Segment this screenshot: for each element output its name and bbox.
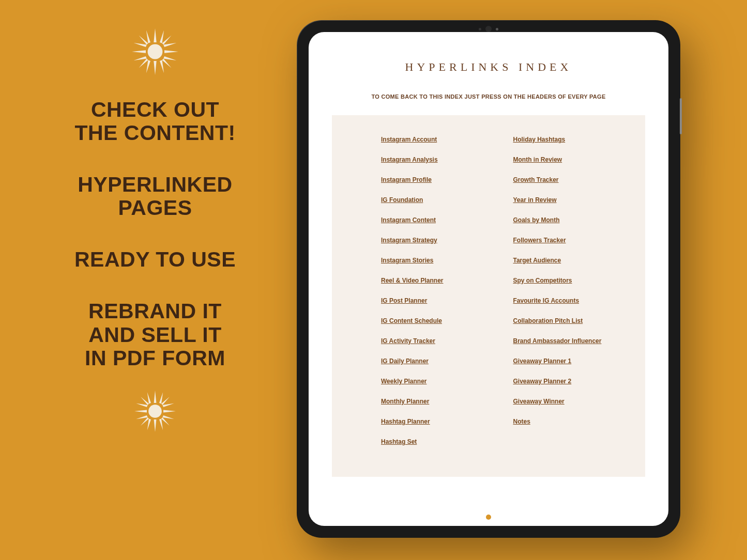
tablet-side-button: [680, 98, 682, 134]
index-link[interactable]: Target Audience: [513, 257, 561, 264]
headline-1: CHECK OUTTHE CONTENT!: [74, 98, 235, 145]
index-link[interactable]: Giveaway Winner: [513, 398, 565, 405]
svg-marker-5: [139, 36, 148, 45]
index-link[interactable]: Holiday Hashtags: [513, 136, 566, 143]
svg-marker-12: [163, 43, 176, 47]
svg-marker-31: [147, 418, 151, 430]
promo-panel: CHECK OUTTHE CONTENT! HYPERLINKEDPAGES R…: [47, 28, 264, 432]
index-link[interactable]: Instagram Content: [381, 216, 436, 224]
page-subtitle: TO COME BACK TO THIS INDEX JUST PRESS ON…: [322, 94, 655, 100]
index-box: Instagram AccountInstagram AnalysisInsta…: [332, 115, 645, 477]
svg-marker-6: [162, 59, 172, 68]
sun-icon: [134, 391, 176, 432]
index-link[interactable]: IG Daily Planner: [381, 357, 429, 365]
index-column-1: Instagram AccountInstagram AnalysisInsta…: [381, 136, 482, 456]
index-link[interactable]: Giveaway Planner 2: [513, 378, 572, 385]
svg-marker-13: [160, 30, 164, 43]
svg-marker-9: [146, 30, 150, 43]
sun-icon: [132, 28, 178, 75]
tablet-camera: [479, 26, 498, 32]
svg-marker-21: [163, 410, 176, 412]
index-link[interactable]: IG Content Schedule: [381, 317, 442, 324]
svg-marker-25: [141, 417, 149, 426]
svg-point-17: [148, 405, 162, 418]
svg-marker-10: [160, 60, 164, 73]
svg-marker-14: [146, 60, 150, 73]
svg-marker-32: [136, 403, 147, 407]
svg-marker-28: [136, 415, 147, 419]
index-link[interactable]: Hashtag Set: [381, 438, 417, 445]
index-column-2: Holiday HashtagsMonth in ReviewGrowth Tr…: [513, 136, 615, 456]
index-link[interactable]: Year in Review: [513, 196, 557, 204]
svg-marker-1: [154, 28, 156, 42]
svg-marker-26: [147, 392, 151, 403]
svg-marker-19: [154, 419, 157, 432]
svg-marker-2: [154, 61, 156, 75]
index-link[interactable]: Collaboration Pitch List: [513, 317, 583, 324]
svg-marker-24: [161, 397, 170, 405]
svg-marker-30: [159, 392, 163, 403]
svg-marker-3: [132, 50, 146, 53]
index-link[interactable]: Weekly Planner: [381, 378, 427, 385]
svg-marker-27: [159, 418, 163, 430]
index-link[interactable]: Monthly Planner: [381, 398, 429, 405]
home-indicator-icon: [486, 515, 491, 520]
index-link[interactable]: IG Activity Tracker: [381, 337, 435, 345]
tablet-device: HYPERLINKS INDEX TO COME BACK TO THIS IN…: [297, 21, 680, 537]
svg-marker-22: [141, 397, 149, 405]
svg-marker-7: [162, 36, 172, 45]
index-link[interactable]: Instagram Analysis: [381, 156, 438, 163]
svg-marker-20: [134, 410, 147, 412]
index-link[interactable]: Instagram Account: [381, 136, 437, 143]
index-link[interactable]: IG Post Planner: [381, 297, 427, 304]
index-link[interactable]: Brand Ambassador Influencer: [513, 337, 602, 345]
svg-marker-11: [134, 56, 147, 60]
tablet-screen: HYPERLINKS INDEX TO COME BACK TO THIS IN…: [309, 32, 668, 526]
index-link[interactable]: Month in Review: [513, 156, 562, 163]
svg-marker-29: [162, 403, 174, 407]
index-link[interactable]: Growth Tracker: [513, 176, 559, 183]
index-link[interactable]: IG Foundation: [381, 196, 423, 204]
index-link[interactable]: Instagram Profile: [381, 176, 432, 183]
headline-3: READY TO USE: [74, 248, 236, 271]
headline-2: HYPERLINKEDPAGES: [78, 173, 232, 220]
index-link[interactable]: Followers Tracker: [513, 237, 566, 244]
svg-marker-33: [162, 415, 174, 419]
index-link[interactable]: Notes: [513, 418, 530, 425]
index-link[interactable]: Giveaway Planner 1: [513, 357, 572, 365]
index-link[interactable]: Reel & Video Planner: [381, 277, 444, 284]
svg-marker-16: [163, 56, 176, 60]
index-link[interactable]: Spy on Competitors: [513, 277, 572, 284]
index-link[interactable]: Instagram Strategy: [381, 237, 437, 244]
index-link[interactable]: Hashtag Planner: [381, 418, 430, 425]
page-title: HYPERLINKS INDEX: [322, 60, 655, 74]
svg-point-0: [148, 44, 163, 59]
svg-marker-23: [161, 417, 170, 426]
index-link[interactable]: Goals by Month: [513, 216, 560, 224]
svg-marker-18: [154, 391, 157, 403]
tablet-bezel: HYPERLINKS INDEX TO COME BACK TO THIS IN…: [297, 21, 680, 537]
headline-4: REBRAND ITAND SELL ITIN PDF FORM: [85, 300, 225, 369]
index-link[interactable]: Favourite IG Accounts: [513, 297, 580, 304]
svg-marker-15: [134, 43, 147, 47]
svg-marker-8: [139, 59, 148, 68]
svg-marker-4: [164, 50, 178, 53]
index-link[interactable]: Instagram Stories: [381, 257, 433, 264]
